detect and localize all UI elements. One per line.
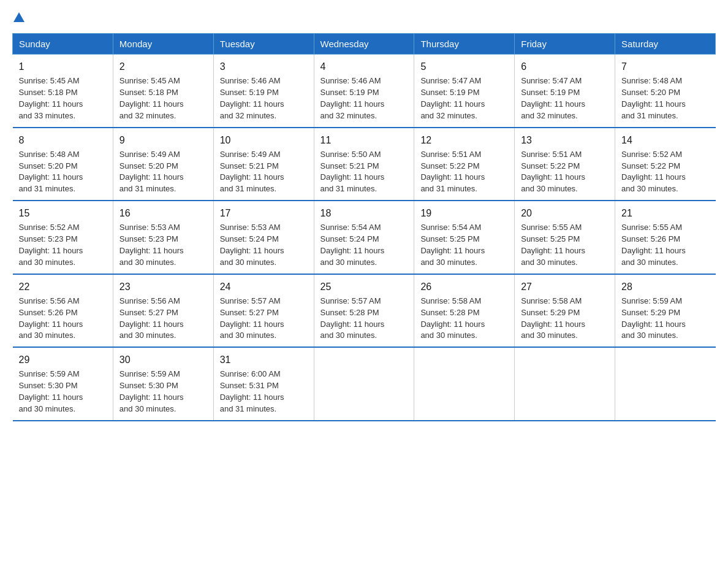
day-info: Sunrise: 5:58 AMSunset: 5:28 PMDaylight:… <box>420 296 485 340</box>
week-row-1: 1 Sunrise: 5:45 AMSunset: 5:18 PMDayligh… <box>13 55 716 128</box>
page-header <box>12 12 716 21</box>
day-number: 13 <box>521 133 609 147</box>
day-number: 16 <box>119 206 207 220</box>
day-info: Sunrise: 5:46 AMSunset: 5:19 PMDaylight:… <box>220 76 284 120</box>
day-number: 23 <box>119 280 207 294</box>
day-number: 6 <box>521 59 609 74</box>
week-row-5: 29 Sunrise: 5:59 AMSunset: 5:30 PMDaylig… <box>13 347 716 421</box>
day-cell: 30 Sunrise: 5:59 AMSunset: 5:30 PMDaylig… <box>113 347 213 421</box>
day-cell: 15 Sunrise: 5:52 AMSunset: 5:23 PMDaylig… <box>13 201 113 274</box>
day-cell: 3 Sunrise: 5:46 AMSunset: 5:19 PMDayligh… <box>213 55 314 128</box>
day-info: Sunrise: 5:48 AMSunset: 5:20 PMDaylight:… <box>621 76 686 120</box>
header-sunday: Sunday <box>13 34 113 55</box>
day-cell: 24 Sunrise: 5:57 AMSunset: 5:27 PMDaylig… <box>213 274 314 348</box>
day-number: 27 <box>521 280 609 294</box>
week-row-3: 15 Sunrise: 5:52 AMSunset: 5:23 PMDaylig… <box>13 201 716 274</box>
day-cell: 1 Sunrise: 5:45 AMSunset: 5:18 PMDayligh… <box>13 55 113 128</box>
day-cell: 31 Sunrise: 6:00 AMSunset: 5:31 PMDaylig… <box>213 347 314 421</box>
day-info: Sunrise: 5:54 AMSunset: 5:24 PMDaylight:… <box>320 223 385 267</box>
day-cell: 2 Sunrise: 5:45 AMSunset: 5:18 PMDayligh… <box>113 55 213 128</box>
day-cell: 27 Sunrise: 5:58 AMSunset: 5:29 PMDaylig… <box>515 274 615 348</box>
day-number: 30 <box>119 353 207 367</box>
day-cell: 5 Sunrise: 5:47 AMSunset: 5:19 PMDayligh… <box>414 55 515 128</box>
day-cell <box>414 347 515 421</box>
calendar-header-row: SundayMondayTuesdayWednesdayThursdayFrid… <box>13 34 716 55</box>
day-cell: 26 Sunrise: 5:58 AMSunset: 5:28 PMDaylig… <box>414 274 515 348</box>
day-info: Sunrise: 5:59 AMSunset: 5:30 PMDaylight:… <box>119 369 184 413</box>
day-number: 26 <box>420 280 508 294</box>
day-cell: 12 Sunrise: 5:51 AMSunset: 5:22 PMDaylig… <box>414 128 515 201</box>
day-info: Sunrise: 5:47 AMSunset: 5:19 PMDaylight:… <box>521 76 585 120</box>
day-info: Sunrise: 5:52 AMSunset: 5:23 PMDaylight:… <box>19 223 83 267</box>
day-cell: 19 Sunrise: 5:54 AMSunset: 5:25 PMDaylig… <box>414 201 515 274</box>
day-info: Sunrise: 5:56 AMSunset: 5:26 PMDaylight:… <box>19 296 83 340</box>
day-cell: 20 Sunrise: 5:55 AMSunset: 5:25 PMDaylig… <box>515 201 615 274</box>
day-cell: 28 Sunrise: 5:59 AMSunset: 5:29 PMDaylig… <box>615 274 716 348</box>
day-info: Sunrise: 5:53 AMSunset: 5:24 PMDaylight:… <box>220 223 284 267</box>
header-thursday: Thursday <box>414 34 515 55</box>
header-saturday: Saturday <box>615 34 716 55</box>
day-info: Sunrise: 5:51 AMSunset: 5:22 PMDaylight:… <box>420 150 485 194</box>
day-number: 31 <box>220 353 308 367</box>
day-cell: 13 Sunrise: 5:51 AMSunset: 5:22 PMDaylig… <box>515 128 615 201</box>
header-monday: Monday <box>113 34 213 55</box>
day-number: 28 <box>621 280 709 294</box>
day-cell: 7 Sunrise: 5:48 AMSunset: 5:20 PMDayligh… <box>615 55 716 128</box>
header-wednesday: Wednesday <box>314 34 414 55</box>
day-number: 12 <box>420 133 508 147</box>
day-info: Sunrise: 5:57 AMSunset: 5:27 PMDaylight:… <box>220 296 284 340</box>
day-number: 3 <box>220 59 308 74</box>
week-row-4: 22 Sunrise: 5:56 AMSunset: 5:26 PMDaylig… <box>13 274 716 348</box>
week-row-2: 8 Sunrise: 5:48 AMSunset: 5:20 PMDayligh… <box>13 128 716 201</box>
day-info: Sunrise: 5:48 AMSunset: 5:20 PMDaylight:… <box>19 150 83 194</box>
day-number: 4 <box>320 59 408 74</box>
day-cell: 10 Sunrise: 5:49 AMSunset: 5:21 PMDaylig… <box>213 128 314 201</box>
day-number: 24 <box>220 280 308 294</box>
logo <box>12 12 25 21</box>
day-info: Sunrise: 5:58 AMSunset: 5:29 PMDaylight:… <box>521 296 585 340</box>
day-number: 15 <box>19 206 107 220</box>
header-tuesday: Tuesday <box>213 34 314 55</box>
day-info: Sunrise: 5:59 AMSunset: 5:30 PMDaylight:… <box>19 369 83 413</box>
day-cell: 25 Sunrise: 5:57 AMSunset: 5:28 PMDaylig… <box>314 274 414 348</box>
day-info: Sunrise: 5:45 AMSunset: 5:18 PMDaylight:… <box>119 76 184 120</box>
header-friday: Friday <box>515 34 615 55</box>
day-cell <box>615 347 716 421</box>
day-info: Sunrise: 5:49 AMSunset: 5:20 PMDaylight:… <box>119 150 184 194</box>
day-number: 9 <box>119 133 207 147</box>
day-cell: 21 Sunrise: 5:55 AMSunset: 5:26 PMDaylig… <box>615 201 716 274</box>
day-number: 7 <box>621 59 709 74</box>
day-number: 14 <box>621 133 709 147</box>
day-cell: 17 Sunrise: 5:53 AMSunset: 5:24 PMDaylig… <box>213 201 314 274</box>
day-number: 18 <box>320 206 408 220</box>
day-cell: 11 Sunrise: 5:50 AMSunset: 5:21 PMDaylig… <box>314 128 414 201</box>
day-info: Sunrise: 5:51 AMSunset: 5:22 PMDaylight:… <box>521 150 585 194</box>
day-info: Sunrise: 5:53 AMSunset: 5:23 PMDaylight:… <box>119 223 184 267</box>
day-number: 21 <box>621 206 709 220</box>
day-info: Sunrise: 5:56 AMSunset: 5:27 PMDaylight:… <box>119 296 184 340</box>
day-cell: 22 Sunrise: 5:56 AMSunset: 5:26 PMDaylig… <box>13 274 113 348</box>
day-number: 1 <box>19 59 107 74</box>
day-info: Sunrise: 5:45 AMSunset: 5:18 PMDaylight:… <box>19 76 83 120</box>
day-cell <box>515 347 615 421</box>
day-info: Sunrise: 5:47 AMSunset: 5:19 PMDaylight:… <box>420 76 485 120</box>
day-cell: 18 Sunrise: 5:54 AMSunset: 5:24 PMDaylig… <box>314 201 414 274</box>
day-info: Sunrise: 5:46 AMSunset: 5:19 PMDaylight:… <box>320 76 385 120</box>
day-info: Sunrise: 5:57 AMSunset: 5:28 PMDaylight:… <box>320 296 385 340</box>
day-cell: 14 Sunrise: 5:52 AMSunset: 5:22 PMDaylig… <box>615 128 716 201</box>
day-cell <box>314 347 414 421</box>
day-info: Sunrise: 5:50 AMSunset: 5:21 PMDaylight:… <box>320 150 385 194</box>
day-info: Sunrise: 5:49 AMSunset: 5:21 PMDaylight:… <box>220 150 284 194</box>
day-number: 2 <box>119 59 207 74</box>
day-number: 11 <box>320 133 408 147</box>
day-cell: 16 Sunrise: 5:53 AMSunset: 5:23 PMDaylig… <box>113 201 213 274</box>
day-info: Sunrise: 5:59 AMSunset: 5:29 PMDaylight:… <box>621 296 686 340</box>
day-cell: 4 Sunrise: 5:46 AMSunset: 5:19 PMDayligh… <box>314 55 414 128</box>
day-info: Sunrise: 5:55 AMSunset: 5:25 PMDaylight:… <box>521 223 585 267</box>
day-number: 10 <box>220 133 308 147</box>
day-number: 5 <box>420 59 508 74</box>
day-number: 22 <box>19 280 107 294</box>
day-info: Sunrise: 5:52 AMSunset: 5:22 PMDaylight:… <box>621 150 686 194</box>
day-cell: 6 Sunrise: 5:47 AMSunset: 5:19 PMDayligh… <box>515 55 615 128</box>
day-info: Sunrise: 5:54 AMSunset: 5:25 PMDaylight:… <box>420 223 485 267</box>
